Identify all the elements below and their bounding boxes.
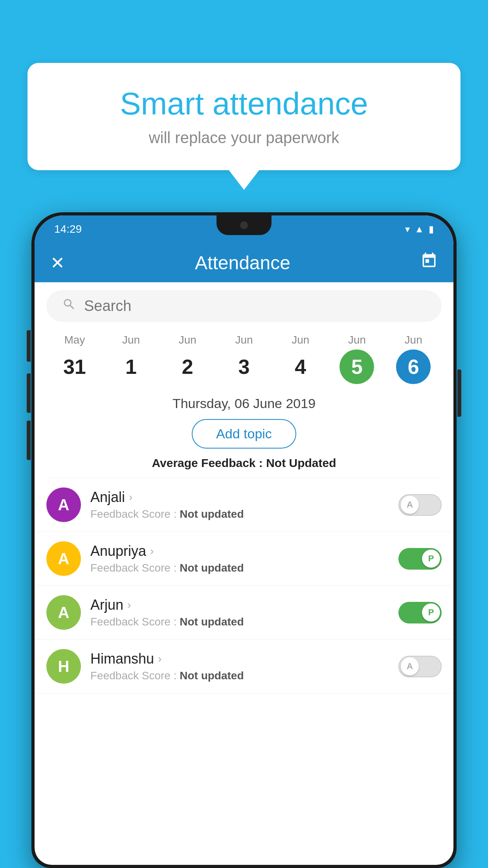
selected-date-info: Thursday, 06 June 2019 [35, 392, 453, 419]
student-info-anupriya: Anupriya › Feedback Score : Not updated [90, 543, 389, 574]
toggle-anjali[interactable]: A [398, 494, 442, 516]
date-month-0: May [64, 334, 85, 346]
app-bar: ✕ Attendance [35, 243, 453, 282]
chevron-icon-anjali: › [129, 491, 132, 504]
side-button-left-2 [27, 373, 31, 413]
date-month-1: Jun [122, 334, 140, 346]
date-num-4: 4 [283, 349, 318, 384]
date-picker: May 31 Jun 1 Jun 2 Jun 3 Jun 4 Jun 5 [35, 330, 453, 392]
chevron-icon-arjun: › [127, 599, 131, 611]
avatar-anupriya: A [46, 541, 81, 576]
bubble-title: Smart attendance [59, 86, 429, 121]
student-name-himanshu: Himanshu › [90, 651, 389, 667]
date-item-5[interactable]: Jun 5 [329, 334, 385, 384]
calendar-icon[interactable] [420, 252, 438, 273]
side-button-left-1 [27, 330, 31, 362]
wifi-icon: ▾ [405, 224, 410, 235]
status-bar: 14:29 ▾ ▲ ▮ [35, 215, 453, 243]
app-bar-title: Attendance [195, 252, 290, 274]
close-icon[interactable]: ✕ [50, 253, 65, 273]
student-feedback-arjun: Feedback Score : Not updated [90, 616, 389, 628]
speech-bubble-container: Smart attendance will replace your paper… [28, 63, 460, 170]
student-name-anjali: Anjali › [90, 489, 389, 506]
toggle-knob-anjali: A [401, 496, 419, 514]
student-name-arjun: Arjun › [90, 597, 389, 613]
student-item-anupriya[interactable]: A Anupriya › Feedback Score : Not update… [35, 532, 453, 586]
date-num-3: 3 [227, 349, 261, 384]
date-num-6: 6 [396, 349, 431, 384]
toggle-knob-anupriya: P [422, 550, 440, 568]
date-month-6: Jun [405, 334, 422, 346]
date-item-1[interactable]: Jun 1 [103, 334, 160, 384]
student-item-himanshu[interactable]: H Himanshu › Feedback Score : Not update… [35, 640, 453, 693]
search-input[interactable] [84, 298, 426, 314]
avatar-himanshu: H [46, 649, 81, 684]
camera-dot [240, 221, 248, 229]
student-info-himanshu: Himanshu › Feedback Score : Not updated [90, 651, 389, 682]
date-month-4: Jun [292, 334, 309, 346]
date-month-2: Jun [179, 334, 196, 346]
toggle-arjun[interactable]: P [398, 602, 442, 623]
date-item-2[interactable]: Jun 2 [159, 334, 216, 384]
date-num-5: 5 [339, 349, 374, 384]
search-bar[interactable] [46, 290, 442, 322]
student-info-anjali: Anjali › Feedback Score : Not updated [90, 489, 389, 520]
bubble-subtitle: will replace your paperwork [59, 129, 429, 147]
phone-screen: 14:29 ▾ ▲ ▮ ✕ Attendance [35, 215, 453, 865]
phone-frame: 14:29 ▾ ▲ ▮ ✕ Attendance [31, 212, 457, 868]
date-item-6[interactable]: Jun 6 [385, 334, 442, 384]
side-button-left-3 [27, 421, 31, 460]
avg-feedback-label: Average Feedback : [152, 456, 262, 469]
notch [216, 215, 272, 235]
status-time: 14:29 [54, 223, 82, 235]
student-item-anjali[interactable]: A Anjali › Feedback Score : Not updated … [35, 478, 453, 532]
toggle-anupriya[interactable]: P [398, 548, 442, 570]
avatar-arjun: A [46, 595, 81, 630]
student-feedback-anjali: Feedback Score : Not updated [90, 508, 389, 520]
student-feedback-himanshu: Feedback Score : Not updated [90, 669, 389, 682]
add-topic-button[interactable]: Add topic [192, 419, 296, 449]
date-item-3[interactable]: Jun 3 [216, 334, 272, 384]
date-num-2: 2 [170, 349, 205, 384]
search-icon [62, 297, 76, 315]
toggle-himanshu[interactable]: A [398, 656, 442, 677]
avg-feedback: Average Feedback : Not Updated [35, 456, 453, 470]
signal-icon: ▲ [415, 224, 424, 235]
avg-feedback-value: Not Updated [266, 456, 336, 469]
date-month-3: Jun [235, 334, 253, 346]
student-list: A Anjali › Feedback Score : Not updated … [35, 478, 453, 693]
avatar-anjali: A [46, 487, 81, 522]
date-item-4[interactable]: Jun 4 [272, 334, 329, 384]
side-button-right [457, 370, 461, 417]
student-feedback-anupriya: Feedback Score : Not updated [90, 562, 389, 574]
date-num-0: 31 [57, 349, 92, 384]
student-name-anupriya: Anupriya › [90, 543, 389, 559]
status-icons: ▾ ▲ ▮ [405, 224, 434, 235]
toggle-knob-arjun: P [422, 603, 440, 622]
date-month-5: Jun [348, 334, 366, 346]
chevron-icon-himanshu: › [158, 653, 161, 665]
chevron-icon-anupriya: › [150, 545, 154, 557]
speech-bubble: Smart attendance will replace your paper… [28, 63, 460, 170]
date-num-1: 1 [114, 349, 149, 384]
battery-icon: ▮ [429, 224, 434, 235]
toggle-knob-himanshu: A [401, 657, 419, 675]
student-item-arjun[interactable]: A Arjun › Feedback Score : Not updated P [35, 586, 453, 640]
date-item-0[interactable]: May 31 [46, 334, 103, 384]
student-info-arjun: Arjun › Feedback Score : Not updated [90, 597, 389, 628]
